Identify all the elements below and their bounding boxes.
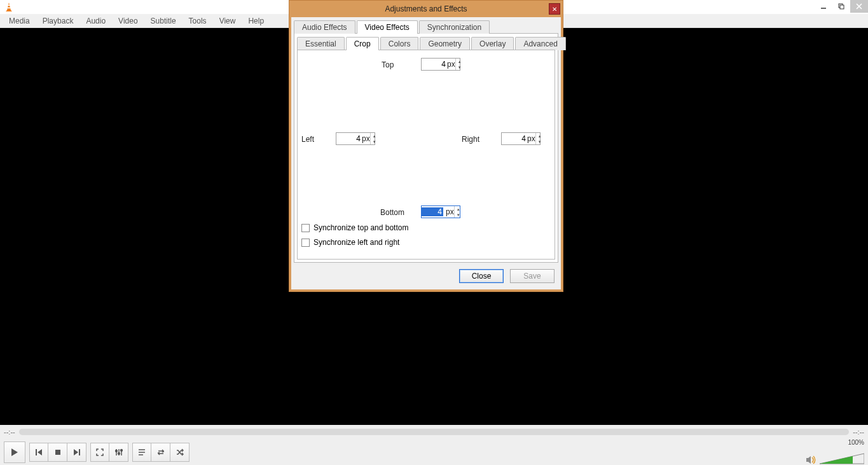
- subtab-essential[interactable]: Essential: [297, 37, 345, 50]
- spin-down-icon[interactable]: ▼: [456, 64, 464, 70]
- speaker-icon[interactable]: [806, 455, 817, 465]
- minimize-button[interactable]: [815, 0, 832, 13]
- fullscreen-button[interactable]: [90, 443, 109, 462]
- spin-up-icon[interactable]: ▲: [456, 59, 464, 64]
- time-total: --:--: [853, 428, 864, 436]
- crop-right-label: Right: [462, 135, 479, 144]
- maximize-button[interactable]: [832, 0, 850, 13]
- subtab-advanced[interactable]: Advanced: [515, 37, 565, 50]
- tab-video-effects[interactable]: Video Effects: [357, 20, 418, 34]
- volume-slider[interactable]: [820, 452, 864, 465]
- next-button[interactable]: [67, 443, 86, 462]
- close-icon: ✕: [552, 6, 557, 13]
- dialog-title: Adjustments and Effects: [385, 4, 467, 13]
- svg-marker-11: [38, 449, 42, 455]
- sync-left-right-label: Synchronize left and right: [313, 238, 399, 247]
- crop-right-input[interactable]: [502, 134, 527, 143]
- spin-up-icon[interactable]: ▲: [455, 206, 462, 212]
- volume-label: 100%: [848, 439, 864, 446]
- dialog-close-button[interactable]: ✕: [549, 3, 560, 15]
- svg-marker-13: [74, 449, 78, 455]
- crop-unit: px: [362, 134, 370, 143]
- adjustments-effects-dialog: Adjustments and Effects ✕ Audio Effects …: [289, 0, 563, 292]
- crop-top-input[interactable]: [422, 60, 447, 69]
- svg-rect-2: [7, 8, 10, 9]
- seek-slider[interactable]: [19, 429, 850, 435]
- crop-bottom-label: Bottom: [380, 208, 404, 217]
- svg-marker-9: [11, 448, 18, 456]
- svg-point-20: [120, 449, 122, 451]
- crop-unit: px: [446, 207, 454, 216]
- bottom-bar: --:-- --:--: [0, 425, 868, 465]
- spin-up-icon[interactable]: ▲: [371, 133, 378, 139]
- sync-top-bottom-checkbox[interactable]: [301, 224, 310, 232]
- spin-down-icon[interactable]: ▼: [371, 139, 378, 144]
- menu-playback[interactable]: Playback: [36, 15, 80, 27]
- window-close-button[interactable]: [850, 0, 868, 13]
- svg-rect-1: [8, 5, 10, 6]
- crop-top-label: Top: [382, 60, 394, 69]
- svg-point-18: [115, 450, 117, 452]
- crop-unit: px: [527, 134, 535, 143]
- crop-left-input[interactable]: [336, 134, 362, 143]
- sync-left-right-checkbox[interactable]: [301, 239, 310, 247]
- menu-audio[interactable]: Audio: [79, 15, 112, 27]
- svg-marker-0: [7, 3, 11, 10]
- crop-unit: px: [447, 60, 455, 69]
- crop-panel: Top px ▲▼ Left px ▲▼: [297, 50, 555, 260]
- time-elapsed: --:--: [4, 428, 15, 436]
- subtab-colors[interactable]: Colors: [380, 37, 419, 50]
- crop-bottom-spinner[interactable]: px ▲▼: [421, 205, 460, 218]
- previous-button[interactable]: [29, 443, 48, 462]
- spin-down-icon[interactable]: ▼: [536, 139, 544, 144]
- sync-top-bottom-label: Synchronize top and bottom: [313, 223, 408, 232]
- svg-marker-3: [6, 10, 12, 11]
- svg-rect-6: [840, 5, 844, 9]
- spin-down-icon[interactable]: ▼: [455, 212, 462, 218]
- spin-up-icon[interactable]: ▲: [536, 133, 544, 139]
- shuffle-button[interactable]: [170, 443, 189, 462]
- tab-audio-effects[interactable]: Audio Effects: [294, 20, 355, 34]
- loop-button[interactable]: [151, 443, 170, 462]
- crop-bottom-input[interactable]: [422, 207, 443, 216]
- menu-help[interactable]: Help: [242, 15, 270, 27]
- crop-left-label: Left: [301, 135, 314, 144]
- menu-view[interactable]: View: [213, 15, 242, 27]
- svg-rect-10: [36, 449, 37, 455]
- close-button[interactable]: Close: [459, 269, 504, 283]
- dialog-title-bar[interactable]: Adjustments and Effects ✕: [289, 1, 563, 17]
- crop-top-spinner[interactable]: px ▲▼: [421, 58, 460, 71]
- save-button[interactable]: Save: [510, 269, 555, 283]
- svg-marker-24: [806, 456, 811, 464]
- subtab-overlay[interactable]: Overlay: [471, 37, 514, 50]
- svg-rect-12: [55, 450, 60, 455]
- crop-right-spinner[interactable]: px ▲▼: [501, 132, 541, 145]
- subtab-crop[interactable]: Crop: [346, 37, 379, 50]
- menu-subtitle[interactable]: Subtitle: [144, 15, 183, 27]
- crop-left-spinner[interactable]: px ▲▼: [336, 132, 375, 145]
- menu-media[interactable]: Media: [3, 15, 36, 27]
- subtab-geometry[interactable]: Geometry: [420, 37, 470, 50]
- playlist-button[interactable]: [132, 443, 151, 462]
- svg-point-19: [118, 452, 120, 454]
- vlc-cone-icon: [4, 2, 14, 12]
- svg-rect-14: [79, 449, 80, 455]
- menu-tools[interactable]: Tools: [183, 15, 213, 27]
- menu-video[interactable]: Video: [112, 15, 144, 27]
- extended-settings-button[interactable]: [109, 443, 128, 462]
- tab-synchronization[interactable]: Synchronization: [419, 20, 490, 34]
- stop-button[interactable]: [48, 443, 67, 462]
- play-button[interactable]: [4, 441, 25, 463]
